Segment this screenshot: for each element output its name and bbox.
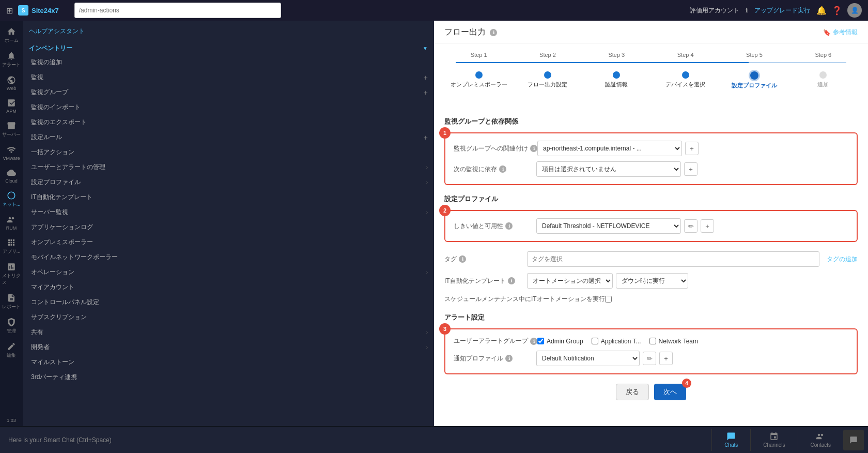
sidebar-section-inventory[interactable]: インベントリー ▼ bbox=[23, 40, 434, 55]
sidebar-item-onpremise[interactable]: オンプレミスポーラー bbox=[23, 235, 434, 250]
associate-select[interactable]: ap-northeast-1.compute.internal - ... bbox=[537, 141, 682, 156]
threshold-info-icon[interactable]: ℹ bbox=[505, 222, 513, 230]
threshold-add-btn[interactable]: + bbox=[701, 219, 714, 233]
application-t-checkbox[interactable] bbox=[592, 338, 598, 344]
ref-link[interactable]: 🔖 参考情報 bbox=[823, 28, 858, 37]
search-bar[interactable] bbox=[74, 3, 281, 18]
sidebar-item-subscription[interactable]: サブスクリプション bbox=[23, 310, 434, 325]
sidebar-item-add-monitor[interactable]: 監視の追加 bbox=[23, 55, 434, 70]
step-circle-4 bbox=[682, 71, 689, 79]
depend-info-icon[interactable]: ℹ bbox=[499, 165, 506, 173]
sidebar-item-server[interactable]: サーバー bbox=[0, 118, 23, 141]
upgrade-link[interactable]: アップグレード実行 bbox=[754, 6, 810, 15]
sidebar-item-bulk-action[interactable]: 一括アクション bbox=[23, 145, 434, 160]
nav-metrics-label: メトリクス bbox=[2, 273, 21, 286]
sidebar-item-home[interactable]: ホーム bbox=[0, 24, 23, 47]
sidebar-item-third-party[interactable]: 3rdパーティ連携 bbox=[23, 370, 434, 385]
threshold-edit-btn[interactable]: ✏ bbox=[684, 219, 698, 233]
it-auto-info-icon[interactable]: ℹ bbox=[508, 277, 515, 284]
sidebar-item-server-monitor[interactable]: サーバー監視 › bbox=[23, 205, 434, 220]
next-button[interactable]: 次へ bbox=[654, 384, 686, 400]
threshold-control: Default Threshold - NETFLOWDEVICE ✏ + bbox=[536, 218, 848, 234]
tag-input[interactable] bbox=[527, 251, 819, 267]
admin-group-item[interactable]: Admin Group bbox=[537, 338, 583, 345]
title-info-icon[interactable]: ℹ bbox=[490, 29, 497, 36]
it-auto-run-select[interactable]: ダウン時に実行 bbox=[616, 273, 688, 289]
depend-select[interactable]: 項目は選択されていません bbox=[536, 161, 681, 177]
it-auto-select[interactable]: オートメーションの選択 bbox=[527, 273, 613, 289]
user-alert-info-icon[interactable]: ℹ bbox=[530, 338, 537, 345]
sidebar-item-my-account[interactable]: マイアカウント bbox=[23, 280, 434, 295]
chat-settings-btn[interactable] bbox=[843, 430, 864, 450]
sidebar-item-control-panel[interactable]: コントロールパネル設定 bbox=[23, 295, 434, 310]
sidebar-item-monitor-group[interactable]: 監視グループ + bbox=[23, 85, 434, 100]
admin-group-checkbox[interactable] bbox=[537, 338, 544, 344]
info-icon[interactable]: ℹ bbox=[746, 7, 748, 14]
sidebar-item-mobile-network[interactable]: モバイルネットワークポーラー bbox=[23, 250, 434, 265]
sidebar-item-web[interactable]: Web bbox=[0, 72, 23, 94]
sidebar-item-appli[interactable]: アプリ... bbox=[0, 235, 23, 258]
smartchat-bar[interactable]: Here is your Smart Chat (Ctrl+Space) bbox=[0, 436, 711, 444]
sidebar-item-app-log[interactable]: アプリケーションログ bbox=[23, 220, 434, 235]
notification-edit-btn[interactable]: ✏ bbox=[643, 352, 656, 365]
sidebar-item-milestone[interactable]: マイルストーン bbox=[23, 355, 434, 370]
sidebar-item-user-alert[interactable]: ユーザーとアラートの管理 › bbox=[23, 160, 434, 175]
sidebar-item-rum[interactable]: RUM bbox=[0, 212, 23, 234]
sidebar-item-share[interactable]: 共有 › bbox=[23, 325, 434, 340]
schedule-checkbox[interactable] bbox=[605, 296, 612, 303]
sidebar-item-alert[interactable]: アラート bbox=[0, 48, 23, 71]
sidebar-item-config-profile[interactable]: 設定プロファイル › bbox=[23, 175, 434, 190]
config-profile-title: 設定プロファイル bbox=[444, 194, 858, 204]
sidebar-item-metrics[interactable]: メトリクス bbox=[0, 259, 23, 289]
bottom-nav-contacts[interactable]: Contacts bbox=[798, 429, 843, 451]
network-team-checkbox[interactable] bbox=[649, 338, 656, 344]
search-input[interactable] bbox=[74, 3, 281, 18]
sidebar-item-import[interactable]: 監視のインポート bbox=[23, 100, 434, 115]
sidebar-item-report[interactable]: レポート bbox=[0, 290, 23, 313]
tag-info-icon[interactable]: ℹ bbox=[459, 255, 466, 263]
sidebar-item-monitor[interactable]: 監視 + bbox=[23, 70, 434, 85]
badge-3: 3 bbox=[439, 323, 451, 335]
notification-add-btn[interactable]: + bbox=[659, 352, 673, 365]
notification-select[interactable]: Default Notification bbox=[536, 351, 640, 366]
monitor-group-box: 1 監視グループへの関連付け ℹ ap-northeast-1.compute.… bbox=[444, 132, 858, 185]
depend-add-btn[interactable]: + bbox=[684, 162, 698, 176]
plus-icon[interactable]: + bbox=[424, 73, 428, 82]
page-title-bar: フロー出力 ℹ 🔖 参考情報 bbox=[444, 27, 858, 38]
bell-icon[interactable]: 🔔 bbox=[816, 6, 827, 16]
associate-info-icon[interactable]: ℹ bbox=[530, 145, 537, 152]
sidebar-item-developer[interactable]: 開発者 › bbox=[23, 340, 434, 355]
avatar[interactable]: 👤 bbox=[847, 3, 862, 18]
associate-add-btn[interactable]: + bbox=[685, 142, 699, 155]
step-6: Step 6 追加 bbox=[789, 52, 858, 88]
notification-info-icon[interactable]: ℹ bbox=[505, 355, 513, 362]
threshold-select[interactable]: Default Threshold - NETFLOWDEVICE bbox=[536, 218, 681, 234]
sidebar-item-cloud[interactable]: Cloud bbox=[0, 165, 23, 187]
sidebar-item-apm[interactable]: APM bbox=[0, 95, 23, 117]
application-t-item[interactable]: Application T... bbox=[592, 338, 641, 345]
sidebar-item-operations[interactable]: オペレーション › bbox=[23, 265, 434, 280]
sidebar-item-network[interactable]: ネット... bbox=[0, 188, 23, 211]
add-tag-link[interactable]: タグの追加 bbox=[827, 255, 858, 264]
sidebar-item-help[interactable]: ヘルプアシスタント bbox=[23, 23, 434, 40]
network-team-item[interactable]: Network Team bbox=[649, 338, 698, 345]
grid-icon[interactable]: ⊞ bbox=[6, 6, 13, 16]
bottom-nav-channels[interactable]: Channels bbox=[751, 429, 798, 451]
back-button[interactable]: 戻る bbox=[616, 384, 649, 400]
plus-icon-config[interactable]: + bbox=[424, 133, 428, 142]
sidebar-item-edit[interactable]: 編集 bbox=[0, 339, 23, 362]
sidebar-item-manage[interactable]: 管理 bbox=[0, 314, 23, 338]
alert-section-title: アラート設定 bbox=[444, 313, 858, 322]
sidebar-item-vmware[interactable]: VMware bbox=[0, 142, 23, 164]
next-btn-wrap: 次へ 4 bbox=[654, 384, 686, 400]
sidebar-item-it-automation[interactable]: IT自動化テンプレート bbox=[23, 190, 434, 205]
plus-icon-group[interactable]: + bbox=[424, 88, 428, 97]
sidebar-item-config-rules[interactable]: 設定ルール + bbox=[23, 130, 434, 145]
sidebar-item-export[interactable]: 監視のエクスポート bbox=[23, 115, 434, 130]
help-icon[interactable]: ❓ bbox=[832, 6, 842, 16]
steps-container: Step 1 オンプレミスポーラー Step 2 フロー出力設定 Step 3 … bbox=[434, 43, 868, 98]
associate-control: ap-northeast-1.compute.internal - ... + bbox=[537, 141, 848, 156]
time-badge: 1:03 bbox=[0, 417, 23, 424]
bottom-nav-chats[interactable]: Chats bbox=[712, 429, 751, 451]
it-auto-row: IT自動化テンプレート ℹ オートメーションの選択 ダウン時に実行 bbox=[444, 273, 858, 289]
